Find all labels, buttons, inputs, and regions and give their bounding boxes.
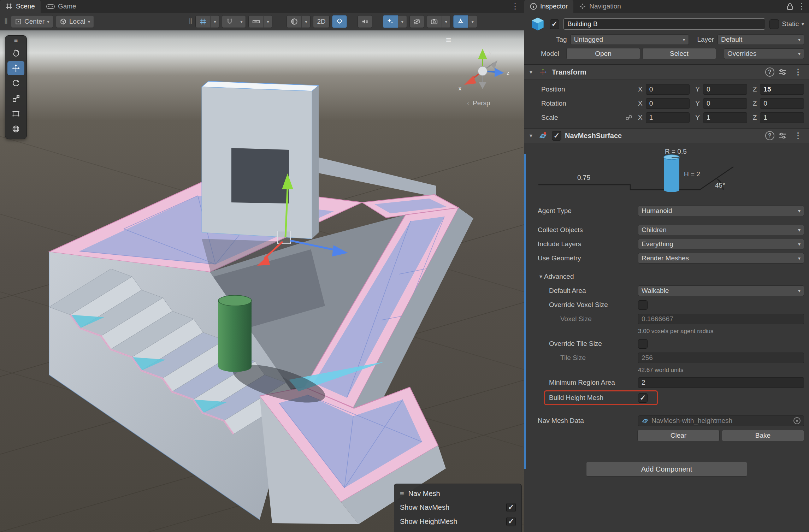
lighting-toggle-button[interactable] <box>332 15 347 28</box>
object-picker-icon[interactable] <box>793 417 801 424</box>
scene-panel: Scene Game ⋮ ‖ Center ▾ Local ▾ <box>0 0 524 532</box>
nav-mesh-data-object-field[interactable]: NavMesh-with_heightmesh <box>638 415 804 426</box>
scene-visibility-button[interactable] <box>409 15 424 28</box>
grid-options-dropdown[interactable]: ▾ <box>210 15 219 28</box>
static-dropdown-arrow-icon[interactable]: ▾ <box>802 21 804 27</box>
rotate-tool-button[interactable] <box>7 76 24 90</box>
inspector-tabstrip: Inspector Navigation ⋮ <box>524 0 809 13</box>
ruler-button[interactable] <box>248 15 263 28</box>
toolbar-drag-handle-icon[interactable]: ‖ <box>187 17 193 25</box>
foldout-arrow-icon[interactable]: ▼ <box>528 133 534 138</box>
transform-header[interactable]: ▼ Transform ? ⋮ <box>524 65 809 79</box>
pivot-mode-dropdown[interactable]: Center ▾ <box>11 15 53 28</box>
rotate-icon <box>12 79 20 88</box>
camera-options-dropdown[interactable]: ▾ <box>442 15 451 28</box>
show-navmesh-checkbox[interactable] <box>506 503 516 512</box>
rotation-y-field[interactable]: 0 <box>703 98 747 109</box>
palette-drag-handle-icon[interactable]: ≡ <box>14 38 18 45</box>
clear-button[interactable]: Clear <box>637 430 720 441</box>
position-y-field[interactable]: 0 <box>703 84 747 95</box>
scale-x-field[interactable]: 1 <box>646 112 690 123</box>
shading-options-dropdown[interactable]: ▾ <box>301 15 311 28</box>
effects-toggle-button[interactable] <box>383 15 398 28</box>
rect-tool-button[interactable] <box>7 107 24 121</box>
snap-toggle-button[interactable] <box>222 15 237 28</box>
overlay-menu-icon[interactable]: ≡ <box>446 35 451 46</box>
position-x-field[interactable]: 0 <box>646 84 690 95</box>
shading-mode-button[interactable] <box>287 15 301 28</box>
rotation-z-field[interactable]: 0 <box>760 98 804 109</box>
inspector-panel: Inspector Navigation ⋮ <box>524 0 809 532</box>
scale-z-field[interactable]: 1 <box>760 112 804 123</box>
tab-inspector[interactable]: Inspector <box>524 0 573 13</box>
scale-y-field[interactable]: 1 <box>703 112 747 123</box>
transform-tool-button[interactable] <box>7 122 24 136</box>
scene-tab-menu-icon[interactable]: ⋮ <box>508 0 522 13</box>
agent-settings-diagram: R = 0.5 H = 2 0.75 45° <box>524 143 809 204</box>
presets-icon[interactable] <box>778 67 787 77</box>
snap-options-dropdown[interactable]: ▾ <box>237 15 246 28</box>
navmeshsurface-menu-icon[interactable]: ⋮ <box>791 129 805 142</box>
rotation-label: Rotation <box>541 100 566 107</box>
override-tile-size-checkbox[interactable] <box>638 339 648 349</box>
toolbar-drag-handle-icon[interactable]: ‖ <box>3 17 8 25</box>
gizmos-group: ▾ <box>453 15 477 28</box>
component-enabled-checkbox[interactable] <box>552 131 561 141</box>
model-select-label: Select <box>670 50 689 58</box>
measure-options-dropdown[interactable]: ▾ <box>263 15 272 28</box>
tab-scene[interactable]: Scene <box>0 0 41 13</box>
hand-tool-button[interactable] <box>7 46 24 60</box>
bake-button[interactable]: Bake <box>722 430 804 441</box>
minimum-region-area-field[interactable]: 2 <box>638 377 804 388</box>
tab-navigation[interactable]: Navigation <box>573 0 627 13</box>
position-z-field[interactable]: 15 <box>760 84 804 95</box>
advanced-foldout[interactable]: ▼ Advanced <box>524 270 809 284</box>
grid-toggle-button[interactable] <box>195 15 210 28</box>
default-area-label: Default Area <box>549 287 638 295</box>
tab-game[interactable]: Game <box>41 0 82 13</box>
agent-type-dropdown[interactable]: Humanoid▾ <box>638 206 804 216</box>
include-layers-dropdown[interactable]: Everything▾ <box>638 239 804 249</box>
build-height-mesh-checkbox[interactable] <box>638 393 648 403</box>
navmesh-overlay-title: Nav Mesh <box>408 490 440 498</box>
scene-camera-button[interactable] <box>427 15 442 28</box>
build-height-mesh-label: Build Height Mesh <box>549 394 638 402</box>
audio-toggle-button[interactable] <box>358 15 372 28</box>
inspector-menu-icon[interactable]: ⋮ <box>794 0 809 13</box>
projection-label[interactable]: Persp <box>473 99 490 107</box>
move-tool-button[interactable] <box>7 61 24 75</box>
layer-dropdown[interactable]: Default ▾ <box>718 34 804 45</box>
navmesh-overlay-drag-icon[interactable]: ≡ <box>400 490 404 498</box>
link-constrain-icon[interactable] <box>625 114 632 121</box>
rotation-x-field[interactable]: 0 <box>646 98 690 109</box>
lock-icon[interactable] <box>786 2 793 11</box>
transform-menu-icon[interactable]: ⋮ <box>791 66 805 78</box>
static-checkbox[interactable] <box>769 19 779 29</box>
hand-icon <box>12 49 20 57</box>
presets-icon[interactable] <box>778 131 787 140</box>
default-area-dropdown[interactable]: Walkable▾ <box>638 285 804 296</box>
overrides-dropdown[interactable]: Overrides ▾ <box>724 48 804 59</box>
show-heightmesh-checkbox[interactable] <box>506 517 516 526</box>
model-select-button[interactable]: Select <box>642 48 716 59</box>
add-component-button[interactable]: Add Component <box>586 462 747 477</box>
chevron-down-icon: ▾ <box>798 255 801 261</box>
effects-options-dropdown[interactable]: ▾ <box>398 15 407 28</box>
gizmos-toggle-button[interactable] <box>453 15 468 28</box>
2d-toggle-button[interactable]: 2D <box>313 15 329 28</box>
scale-tool-button[interactable] <box>7 91 24 106</box>
foldout-arrow-icon[interactable]: ▼ <box>528 69 534 75</box>
tag-dropdown[interactable]: Untagged ▾ <box>571 34 689 45</box>
collect-objects-dropdown[interactable]: Children▾ <box>638 225 804 235</box>
scene-viewport[interactable]: y x z ‹ Persp ≡ <box>0 30 524 532</box>
navmeshsurface-header[interactable]: ▼ NavMeshSurface ? ⋮ <box>524 128 809 143</box>
use-geometry-dropdown[interactable]: Render Meshes▾ <box>638 253 804 264</box>
help-icon[interactable]: ? <box>765 67 774 77</box>
gizmos-options-dropdown[interactable]: ▾ <box>468 15 477 28</box>
orientation-mode-dropdown[interactable]: Local ▾ <box>56 15 94 28</box>
model-open-button[interactable]: Open <box>566 48 640 59</box>
gameobject-name-field[interactable]: Building B <box>563 18 765 30</box>
override-voxel-size-checkbox[interactable] <box>638 300 648 310</box>
help-icon[interactable]: ? <box>765 131 774 140</box>
gameobject-active-checkbox[interactable] <box>550 19 559 29</box>
